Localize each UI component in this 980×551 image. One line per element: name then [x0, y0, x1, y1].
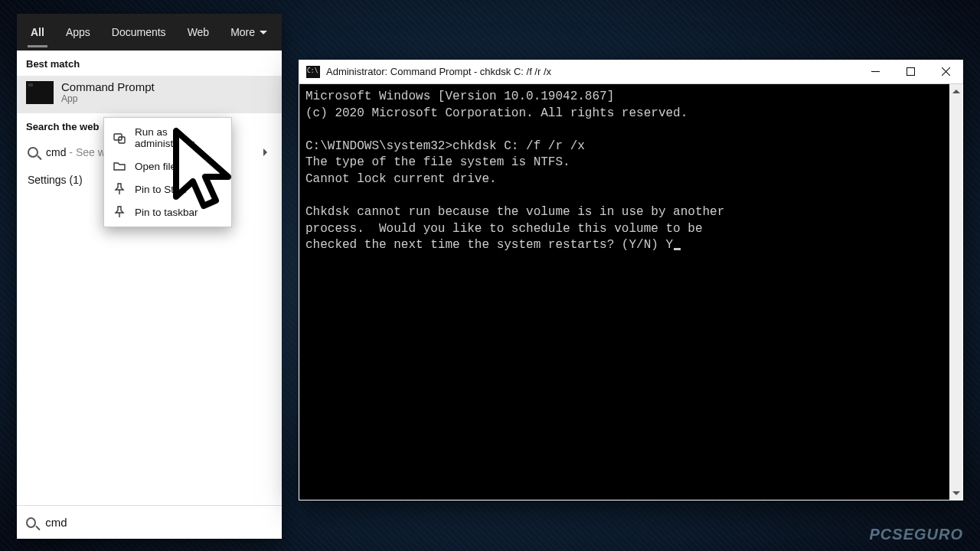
window-title: Administrator: Command Prompt - chkdsk C…: [326, 66, 551, 77]
terminal-output[interactable]: Microsoft Windows [Version 10.0.19042.86…: [299, 84, 949, 500]
scroll-track[interactable]: [949, 97, 962, 487]
command-prompt-icon: [306, 66, 320, 78]
tab-web[interactable]: Web: [177, 14, 220, 51]
web-result-hint: - See w: [66, 146, 105, 158]
svg-rect-2: [906, 68, 914, 76]
minimize-button[interactable]: [858, 60, 893, 84]
tab-documents[interactable]: Documents: [101, 14, 177, 51]
search-box[interactable]: [17, 505, 282, 539]
command-prompt-window: Administrator: Command Prompt - chkdsk C…: [299, 60, 963, 500]
tab-all[interactable]: All: [20, 14, 55, 51]
watermark-text: PCSEGURO: [870, 527, 963, 542]
search-icon: [28, 147, 38, 158]
start-search-panel: All Apps Documents Web More Best match C…: [17, 14, 282, 539]
web-result-term: cmd: [46, 146, 66, 158]
scroll-up-button[interactable]: [949, 84, 962, 97]
best-match-subtitle: App: [61, 93, 155, 104]
ctx-open-file-location[interactable]: Open file location: [104, 155, 231, 178]
maximize-button[interactable]: [893, 60, 928, 84]
folder-icon: [113, 160, 126, 172]
ctx-pin-to-taskbar[interactable]: Pin to taskbar: [104, 201, 231, 223]
pin-icon: [113, 206, 126, 218]
best-match-label: Best match: [17, 51, 282, 76]
terminal-area: Microsoft Windows [Version 10.0.19042.86…: [299, 84, 962, 500]
context-menu: Run as administrator Open file location …: [103, 117, 232, 227]
chevron-right-icon: [263, 148, 271, 156]
window-titlebar[interactable]: Administrator: Command Prompt - chkdsk C…: [299, 60, 963, 84]
search-icon: [26, 517, 36, 528]
chevron-down-icon: [260, 31, 267, 38]
search-scope-tabs: All Apps Documents Web More: [17, 14, 282, 51]
scroll-down-button[interactable]: [949, 487, 962, 500]
ctx-label: Open file location: [135, 161, 214, 172]
command-prompt-icon: [26, 81, 54, 104]
best-match-title: Command Prompt: [61, 80, 155, 93]
tab-apps[interactable]: Apps: [55, 14, 101, 51]
ctx-label: Pin to taskbar: [135, 207, 198, 218]
close-button[interactable]: [928, 60, 963, 84]
search-input[interactable]: [45, 516, 273, 529]
ctx-run-as-administrator[interactable]: Run as administrator: [104, 121, 231, 155]
ctx-label: Run as administrator: [135, 126, 222, 149]
pin-icon: [113, 183, 126, 195]
tab-more[interactable]: More: [220, 14, 278, 51]
ctx-pin-to-start[interactable]: Pin to Start: [104, 178, 231, 201]
best-match-result[interactable]: Command Prompt App: [17, 76, 282, 113]
tab-more-label: More: [230, 26, 255, 38]
vertical-scrollbar[interactable]: [949, 84, 962, 500]
shield-icon: [113, 132, 126, 144]
ctx-label: Pin to Start: [135, 184, 186, 195]
